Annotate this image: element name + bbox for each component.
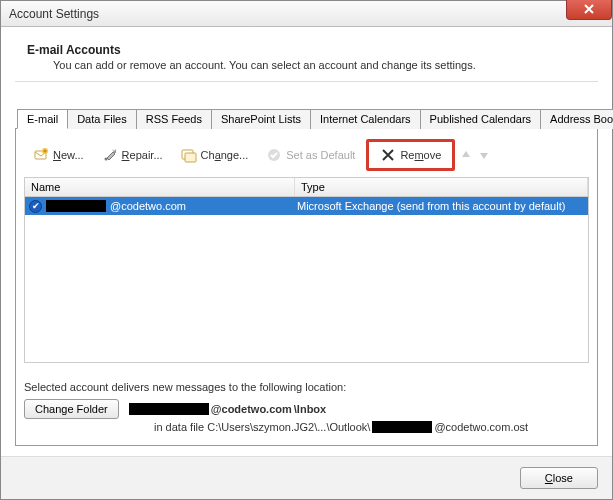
repair-label: Repair...	[122, 149, 163, 161]
titlebar: Account Settings	[1, 1, 612, 27]
remove-label: Remove	[400, 149, 441, 161]
tab-strip: E-mail Data Files RSS Feeds SharePoint L…	[15, 108, 598, 129]
new-button[interactable]: New...	[26, 144, 91, 166]
redacted-datafile-user	[372, 421, 432, 433]
change-label: Change...	[201, 149, 249, 161]
dialog-footer: Close	[1, 456, 612, 499]
tab-rss-feeds[interactable]: RSS Feeds	[136, 109, 212, 129]
tab-data-files[interactable]: Data Files	[67, 109, 137, 129]
set-default-label: Set as Default	[286, 149, 355, 161]
window-close-button[interactable]	[566, 0, 612, 20]
new-label: New...	[53, 149, 84, 161]
move-up-icon	[459, 148, 473, 162]
account-name-suffix: @codetwo.com	[110, 200, 186, 212]
delivery-path: @codetwo.com \Inbox	[129, 403, 326, 415]
remove-button[interactable]: Remove	[373, 144, 448, 166]
svg-point-2	[104, 158, 107, 161]
window-title: Account Settings	[9, 7, 99, 21]
list-header: Name Type	[25, 178, 588, 197]
dialog-body: E-mail Accounts You can add or remove an…	[1, 27, 612, 456]
delivery-label: Selected account delivers new messages t…	[24, 381, 589, 393]
column-header-type[interactable]: Type	[295, 178, 588, 196]
change-folder-button[interactable]: Change Folder	[24, 399, 119, 419]
check-circle-icon	[266, 147, 282, 163]
heading-subtitle: You can add or remove an account. You ca…	[53, 59, 592, 71]
column-header-name[interactable]: Name	[25, 178, 295, 196]
accounts-list: Name Type ✔ @codetwo.com Microsoft Excha…	[24, 177, 589, 363]
new-icon	[33, 147, 49, 163]
delivery-datafile: in data file C:\Users\szymon.JG2\...\Out…	[154, 421, 589, 433]
change-button[interactable]: Change...	[174, 144, 256, 166]
repair-button[interactable]: Repair...	[95, 144, 170, 166]
repair-icon	[102, 147, 118, 163]
tab-content-email: New... Repair... Change...	[15, 129, 598, 446]
account-row[interactable]: ✔ @codetwo.com Microsoft Exchange (send …	[25, 197, 588, 215]
close-icon	[584, 4, 594, 14]
account-type: Microsoft Exchange (send from this accou…	[295, 200, 588, 212]
redacted-name	[46, 200, 106, 212]
delivery-path-end: \Inbox	[294, 403, 326, 415]
set-default-button: Set as Default	[259, 144, 362, 166]
default-check-icon: ✔	[29, 200, 42, 213]
account-settings-window: Account Settings E-mail Accounts You can…	[0, 0, 613, 500]
heading-title: E-mail Accounts	[27, 43, 592, 57]
delivery-path-mid: @codetwo.com	[211, 403, 292, 415]
tab-email[interactable]: E-mail	[17, 109, 68, 129]
toolbar: New... Repair... Change...	[24, 137, 589, 177]
redacted-path-user	[129, 403, 209, 415]
delivery-block: Selected account delivers new messages t…	[24, 381, 589, 433]
remove-button-highlight: Remove	[366, 139, 455, 171]
tab-sharepoint-lists[interactable]: SharePoint Lists	[211, 109, 311, 129]
tab-internet-calendars[interactable]: Internet Calendars	[310, 109, 421, 129]
tab-address-books[interactable]: Address Books	[540, 109, 613, 129]
svg-rect-4	[185, 153, 196, 162]
dialog-heading: E-mail Accounts You can add or remove an…	[15, 39, 598, 82]
tab-published-calendars[interactable]: Published Calendars	[420, 109, 542, 129]
move-down-icon	[477, 148, 491, 162]
datafile-prefix: in data file C:\Users\szymon.JG2\...\Out…	[154, 421, 370, 433]
remove-icon	[380, 147, 396, 163]
close-button[interactable]: Close	[520, 467, 598, 489]
datafile-suffix: @codetwo.com.ost	[434, 421, 528, 433]
change-icon	[181, 147, 197, 163]
